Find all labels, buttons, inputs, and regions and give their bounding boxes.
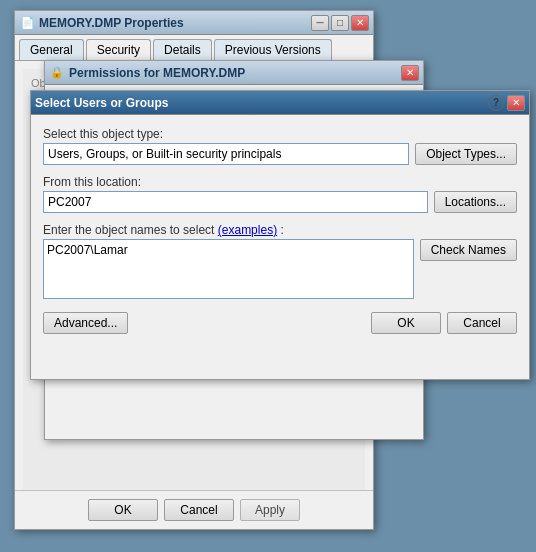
main-cancel-button[interactable]: Cancel [164, 499, 234, 521]
location-value: PC2007 [43, 191, 428, 213]
select-ok-button[interactable]: OK [371, 312, 441, 334]
enter-names-label: Enter the object names to select (exampl… [43, 223, 517, 237]
names-left: PC2007\Lamar [43, 239, 414, 302]
help-icon[interactable]: ? [488, 95, 504, 111]
permissions-close-button[interactable]: ✕ [401, 65, 419, 81]
locations-button[interactable]: Locations... [434, 191, 517, 213]
names-textarea[interactable]: PC2007\Lamar [43, 239, 414, 299]
object-types-button[interactable]: Object Types... [415, 143, 517, 165]
object-type-value: Users, Groups, or Built-in security prin… [43, 143, 409, 165]
object-type-group: Select this object type: Users, Groups, … [43, 127, 517, 165]
select-close-button[interactable]: ✕ [507, 95, 525, 111]
location-group: From this location: PC2007 Locations... [43, 175, 517, 213]
check-names-button[interactable]: Check Names [420, 239, 517, 261]
select-title-bar[interactable]: Select Users or Groups ? ✕ [31, 91, 529, 115]
permissions-window-title: Permissions for MEMORY.DMP [69, 66, 401, 80]
select-users-dialog: Select Users or Groups ? ✕ Select this o… [30, 90, 530, 380]
select-dialog-title: Select Users or Groups [35, 96, 488, 110]
select-dialog-body: Select this object type: Users, Groups, … [31, 115, 529, 346]
main-ok-button[interactable]: OK [88, 499, 158, 521]
tab-security[interactable]: Security [86, 39, 151, 61]
minimize-button[interactable]: ─ [311, 15, 329, 31]
object-type-row: Users, Groups, or Built-in security prin… [43, 143, 517, 165]
location-row: PC2007 Locations... [43, 191, 517, 213]
location-label: From this location: [43, 175, 517, 189]
tab-bar: General Security Details Previous Versio… [15, 35, 373, 61]
main-title-bar[interactable]: 📄 MEMORY.DMP Properties ─ □ ✕ [15, 11, 373, 35]
tab-previous-versions[interactable]: Previous Versions [214, 39, 332, 60]
main-window-controls: ─ □ ✕ [311, 15, 369, 31]
close-button[interactable]: ✕ [351, 15, 369, 31]
main-window-buttons: OK Cancel Apply [15, 490, 373, 529]
enter-names-group: Enter the object names to select (exampl… [43, 223, 517, 302]
maximize-button[interactable]: □ [331, 15, 349, 31]
select-header-icons: ? ✕ [488, 95, 525, 111]
tab-general[interactable]: General [19, 39, 84, 60]
names-btn-col: Check Names [420, 239, 517, 261]
main-window-title: MEMORY.DMP Properties [39, 16, 311, 30]
select-dialog-footer: Advanced... OK Cancel [43, 312, 517, 334]
main-window-icon: 📄 [19, 15, 35, 31]
examples-link[interactable]: (examples) [218, 223, 277, 237]
advanced-button[interactable]: Advanced... [43, 312, 128, 334]
permissions-window-icon: 🔒 [49, 65, 65, 81]
permissions-window-controls: ✕ [401, 65, 419, 81]
permissions-title-bar[interactable]: 🔒 Permissions for MEMORY.DMP ✕ [45, 61, 423, 85]
object-type-label: Select this object type: [43, 127, 517, 141]
main-apply-button[interactable]: Apply [240, 499, 300, 521]
tab-details[interactable]: Details [153, 39, 212, 60]
select-cancel-button[interactable]: Cancel [447, 312, 517, 334]
names-enter-row: PC2007\Lamar Check Names [43, 239, 517, 302]
select-footer-buttons: OK Cancel [371, 312, 517, 334]
